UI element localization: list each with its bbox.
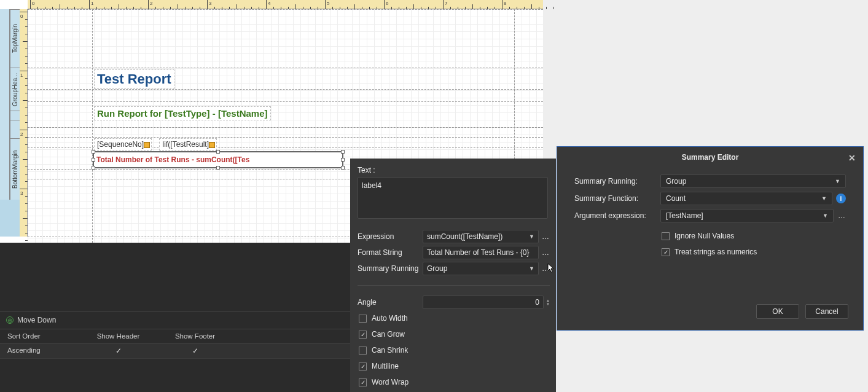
band-tabs: TopMargin GroupHea... BottomMargin bbox=[0, 9, 20, 237]
check-icon bbox=[115, 347, 122, 355]
label-sequence-no-text: [SequenceNo] bbox=[97, 140, 144, 149]
label-summary-selected[interactable]: Total Number of Test Runs - sumCount([Te… bbox=[93, 151, 343, 168]
group-sort-panel: ⊕ Move Down Sort Order Show Header Show … bbox=[0, 243, 350, 392]
label-sequence-no[interactable]: [SequenceNo] bbox=[94, 138, 152, 151]
format-string-ellipsis[interactable]: … bbox=[541, 248, 550, 257]
summary-editor-dialog: Summary Editor ✕ Summary Running: Group▼… bbox=[557, 146, 864, 331]
summary-running-label: Summary Running bbox=[358, 264, 423, 273]
checkbox-icon: ✓ bbox=[359, 331, 367, 339]
cell-show-header[interactable] bbox=[80, 343, 157, 358]
label-iif-text: Iif([TestResult] bbox=[162, 140, 209, 149]
checkbox-icon: ✓ bbox=[662, 248, 670, 256]
word-wrap-check[interactable]: ✓Word Wrap bbox=[358, 374, 550, 390]
dlg-summary-function-input[interactable]: Count▼ bbox=[660, 192, 832, 205]
band-tab-groupfooter[interactable] bbox=[10, 120, 20, 138]
grid-row[interactable]: Ascending bbox=[0, 343, 350, 359]
expression-ellipsis[interactable]: … bbox=[541, 232, 550, 241]
grid-header: Sort Order Show Header Show Footer bbox=[0, 329, 350, 343]
dialog-title: Summary Editor ✕ bbox=[557, 147, 863, 168]
smart-tag-icon[interactable] bbox=[209, 142, 215, 148]
cell-sort-order[interactable]: Ascending bbox=[0, 343, 80, 358]
text-label: Text : bbox=[358, 166, 550, 174]
cancel-button[interactable]: Cancel bbox=[805, 304, 848, 319]
dlg-summary-running-input[interactable]: Group▼ bbox=[660, 174, 846, 188]
angle-label: Angle bbox=[358, 298, 423, 307]
checkbox-icon bbox=[359, 315, 367, 323]
col-sort-order: Sort Order bbox=[0, 329, 80, 343]
dlg-argument-ellipsis[interactable]: … bbox=[837, 211, 846, 220]
expression-label: Expression bbox=[358, 232, 423, 241]
band-tab-topmargin[interactable]: TopMargin bbox=[10, 9, 20, 68]
multiline-check[interactable]: ✓Multiline bbox=[358, 358, 550, 374]
label-iif[interactable]: Iif([TestResult] bbox=[159, 138, 217, 151]
check-icon bbox=[192, 347, 198, 355]
label-group-header[interactable]: Run Report for [TestType] - [TestName] bbox=[94, 106, 271, 120]
ok-button[interactable]: OK bbox=[756, 304, 799, 319]
checkbox-icon bbox=[359, 347, 367, 355]
summary-running-input[interactable]: Group▼ bbox=[423, 262, 539, 275]
chevron-down-icon[interactable]: ▼ bbox=[529, 230, 534, 243]
ignore-null-check[interactable]: Ignore Null Values bbox=[660, 228, 846, 244]
band-tab-detail[interactable] bbox=[10, 111, 20, 120]
auto-width-check[interactable]: Auto Width bbox=[358, 310, 550, 326]
move-down-label: Move Down bbox=[17, 316, 56, 324]
dlg-summary-running-label: Summary Running: bbox=[574, 177, 660, 186]
chevron-down-icon[interactable]: ▼ bbox=[529, 262, 534, 275]
dlg-summary-function-label: Summary Function: bbox=[574, 194, 660, 203]
col-show-footer: Show Footer bbox=[157, 329, 233, 343]
col-show-header: Show Header bbox=[80, 329, 157, 343]
chevron-down-icon[interactable]: ▼ bbox=[823, 210, 828, 222]
close-icon[interactable]: ✕ bbox=[848, 153, 856, 163]
checkbox-icon bbox=[662, 232, 670, 240]
expression-input[interactable]: sumCount([TestName])▼ bbox=[423, 230, 539, 243]
treat-strings-check[interactable]: ✓Treat strings as numerics bbox=[660, 244, 846, 260]
vertical-ruler: for(let i=0;i<4;i++){document.write('<di… bbox=[20, 9, 28, 237]
plus-icon: ⊕ bbox=[6, 316, 14, 324]
band-tab-groupheader[interactable]: GroupHea... bbox=[10, 68, 20, 111]
checkbox-icon: ✓ bbox=[359, 363, 367, 370]
smart-tag-icon[interactable] bbox=[144, 142, 150, 148]
dlg-argument-expression-label: Argument expression: bbox=[574, 211, 660, 220]
checkbox-icon: ✓ bbox=[359, 378, 367, 386]
cell-show-footer[interactable] bbox=[157, 343, 233, 358]
angle-input[interactable]: 0 bbox=[423, 296, 544, 309]
chevron-down-icon[interactable]: ▼ bbox=[821, 192, 827, 205]
format-string-input[interactable]: Total Number of Test Runs - {0} bbox=[423, 246, 539, 259]
format-string-label: Format String bbox=[358, 248, 423, 257]
move-down-button[interactable]: ⊕ Move Down bbox=[0, 311, 350, 329]
angle-spinner[interactable]: ▲▼ bbox=[546, 299, 550, 306]
band-tab-bottommargin[interactable]: BottomMargin bbox=[10, 138, 20, 200]
can-grow-check[interactable]: ✓Can Grow bbox=[358, 326, 550, 342]
label-title[interactable]: Test Report bbox=[94, 69, 174, 89]
summary-running-ellipsis[interactable]: … bbox=[541, 264, 550, 273]
chevron-down-icon[interactable]: ▼ bbox=[835, 175, 840, 187]
dlg-argument-expression-input[interactable]: [TestName]▼ bbox=[660, 209, 834, 222]
can-shrink-check[interactable]: Can Shrink bbox=[358, 342, 550, 358]
text-input[interactable]: label4 bbox=[358, 177, 548, 219]
properties-panel: Text : label4 Expression sumCount([TestN… bbox=[350, 159, 556, 392]
horizontal-ruler: for(let i=0;i<9;i++){document.write('<di… bbox=[28, 0, 543, 9]
text-value: label4 bbox=[362, 181, 381, 190]
label-summary-text: Total Number of Test Runs - sumCount([Te… bbox=[96, 155, 249, 164]
info-icon[interactable]: i bbox=[836, 194, 846, 203]
